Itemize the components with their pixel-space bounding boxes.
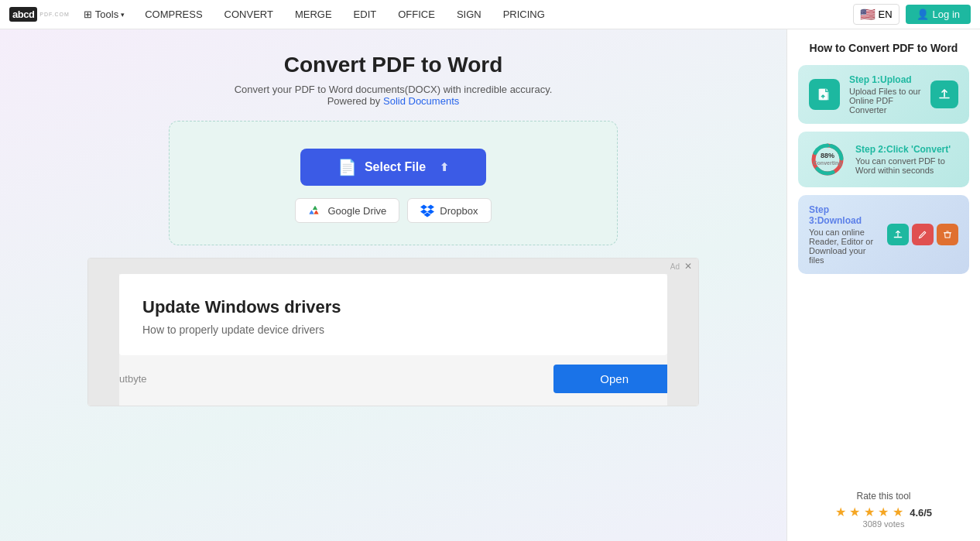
dropbox-label: Dropbox [440,205,478,217]
step-1-card: Step 1:Upload Upload Files to our Online… [798,65,969,124]
ad-container: Ad ✕ Update Windows drivers How to prope… [87,258,699,406]
ad-label: Ad [670,262,680,271]
file-icon: 📄 [338,158,357,176]
step-3-icons [887,224,958,245]
rating-label: Rate this tool [798,491,969,502]
content-area: Convert PDF to Word Convert your PDF to … [0,29,786,541]
star-3[interactable]: ★ [864,505,875,519]
login-button[interactable]: 👤 Log in [906,5,971,24]
main-wrapper: Convert PDF to Word Convert your PDF to … [0,29,980,541]
ad-footer: Outbyte Open [88,355,698,402]
nav-sign[interactable]: SIGN [446,0,492,29]
solid-documents-link[interactable]: Solid Documents [383,95,459,107]
star-2[interactable]: ★ [849,505,860,519]
nav-merge[interactable]: MERGE [284,0,343,29]
step-1-icon-btn [930,80,958,108]
cloud-buttons-row: Google Drive Dropbox [295,198,491,223]
nav-edit[interactable]: EDIT [343,0,388,29]
ad-top-bar: Ad ✕ [88,259,698,274]
star-5[interactable]: ★ [893,505,903,519]
nav-compress[interactable]: COMPRESS [134,0,213,29]
flag-icon: 🇺🇸 [860,7,875,22]
rating-votes: 3089 votes [798,519,969,529]
tools-menu[interactable]: ⊞ Tools ▾ [77,0,131,29]
logo-sub: PDF.COM [39,12,70,17]
step-3-edit-icon [912,224,934,245]
ad-right-strip [667,274,698,406]
stars-row: ★ ★ ★ ★ ★ 4.6/5 [798,505,969,519]
svg-marker-0 [420,205,427,214]
logo-box: abcd [9,7,37,22]
page-title: Convert PDF to Word [284,53,503,77]
select-file-button[interactable]: 📄 Select File ⬆ [300,149,486,186]
step-1-num: Step 1:Upload [849,74,921,85]
rating-score: 4.6/5 [910,507,932,519]
step-1-upload-icon [809,79,840,110]
step-1-text: Step 1:Upload Upload Files to our Online… [849,74,921,115]
google-drive-label: Google Drive [327,205,386,217]
ad-open-button[interactable]: Open [553,365,675,393]
upload-arrow-icon: ⬆ [440,161,449,173]
dropbox-icon [420,204,434,217]
step-3-upload-icon [887,224,909,245]
step-3-text: Step 3:Download You can online Reader, E… [809,204,878,265]
tools-chevron-icon: ▾ [121,11,125,19]
step-2-num: Step 2:Click 'Convert' [855,144,958,155]
step-3-card: Step 3:Download You can online Reader, E… [798,195,969,274]
user-icon: 👤 [917,9,929,20]
dropbox-button[interactable]: Dropbox [407,198,491,223]
step-2-donut: 88% Converting [809,141,846,178]
donut-label: 88% Converting [814,152,842,166]
step-3-desc: You can online Reader, Editor or Downloa… [809,228,878,265]
ad-description: How to properly update device drivers [142,324,644,336]
tools-label: Tools [95,9,118,20]
google-drive-button[interactable]: Google Drive [295,198,399,223]
step-2-text: Step 2:Click 'Convert' You can convert P… [855,144,958,175]
navbar: abcd PDF.COM ⊞ Tools ▾ COMPRESS CONVERT … [0,0,980,29]
lang-label: EN [879,9,893,20]
logo[interactable]: abcd PDF.COM [9,7,70,22]
nav-pricing[interactable]: PRICING [492,0,556,29]
google-drive-icon [308,204,322,217]
tools-grid-icon: ⊞ [84,9,92,20]
star-4[interactable]: ★ [878,505,889,519]
nav-office[interactable]: OFFICE [387,0,446,29]
step-2-desc: You can convert PDF to Word within secon… [855,156,958,175]
upload-box: 📄 Select File ⬆ Google Drive [169,121,618,245]
sidebar: How to Convert PDF to Word Step 1:Upload… [786,29,980,541]
step-2-card: 88% Converting Step 2:Click 'Convert' Yo… [798,132,969,187]
sidebar-title: How to Convert PDF to Word [798,42,969,54]
nav-convert[interactable]: CONVERT [214,0,284,29]
page-subtitle: Convert your PDF to Word documents(DOCX)… [235,84,553,107]
ad-left-strip [88,274,119,406]
ad-content: Update Windows drivers How to properly u… [119,274,667,355]
step-3-delete-icon [937,224,958,245]
step-1-desc: Upload Files to our Online PDF Converter [849,87,921,115]
ad-close-button[interactable]: ✕ [684,261,692,272]
star-1[interactable]: ★ [835,505,846,519]
rating-area: Rate this tool ★ ★ ★ ★ ★ 4.6/5 3089 vote… [798,480,969,529]
ad-title: Update Windows drivers [142,297,644,317]
language-selector[interactable]: 🇺🇸 EN [853,4,899,25]
step-3-num: Step 3:Download [809,204,878,226]
svg-marker-1 [427,205,434,214]
nav-right: 🇺🇸 EN 👤 Log in [853,4,971,25]
